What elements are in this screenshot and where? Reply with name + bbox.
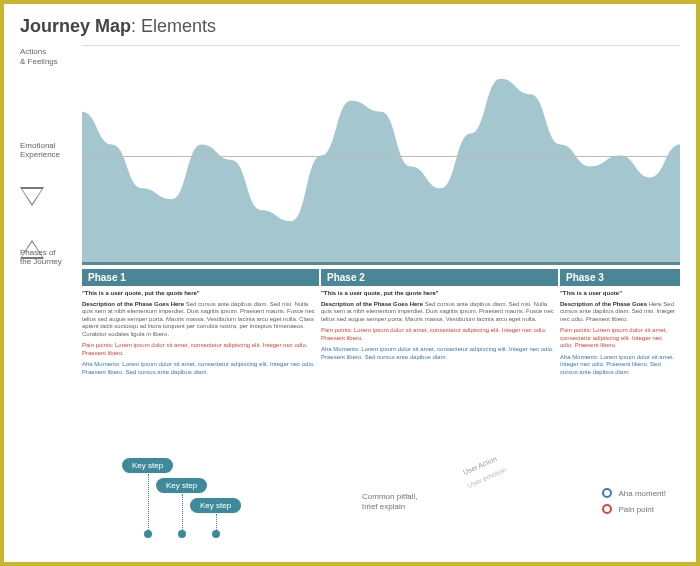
title-prefix: Journey Map [20, 16, 131, 36]
phases-row: Phase 1 "This is a user quote, put the q… [82, 269, 680, 376]
legend-area: Key step Key step Key step Common pitfal… [82, 458, 676, 548]
phase-3: Phase 3 "This is a user quote" Descripti… [560, 269, 680, 376]
phase-aha: Aha Moments: Lorem ipsum dolor sit amet.… [560, 354, 676, 377]
legend-pain-row: Pain point [602, 504, 666, 514]
step-dot-icon [178, 530, 186, 538]
phase-desc: Description of the Phase Goes Here Sed c… [82, 301, 315, 339]
phase-pain: Pain points: Lorem ipsum dolor sit amet,… [321, 327, 554, 342]
phase-quote: "This is a user quote, put the quote her… [82, 290, 315, 298]
legend-aha-label: Aha moment! [618, 489, 666, 498]
circle-red-icon [602, 504, 612, 514]
phase-header: Phase 1 [82, 269, 319, 286]
phase-desc: Description of the Phase Goes Here Sed c… [560, 301, 676, 324]
chart-area: Actions & Feelings Emotional Experience … [20, 45, 680, 265]
phase-pain: Pain points: Lorem ipsum dolor sit amet,… [82, 342, 315, 357]
axis-label-top: Actions & Feelings [20, 47, 78, 66]
phase-header: Phase 2 [321, 269, 558, 286]
triangle-down-icon [20, 187, 44, 206]
step-dot-icon [212, 530, 220, 538]
step-connector [148, 474, 149, 532]
legend-pitfall: Common pitfall, brief explain [362, 492, 418, 511]
phase-1: Phase 1 "This is a user quote, put the q… [82, 269, 319, 376]
page-title: Journey Map: Elements [20, 16, 680, 37]
chart-baseline [82, 262, 680, 265]
key-step-pill: Key step [156, 478, 207, 493]
phase-pain: Pain points: Lorem ipsum dolor sit amet,… [560, 327, 676, 350]
phase-2: Phase 2 "This is a user quote, put the q… [321, 269, 558, 376]
phase-aha: Aha Moments: Lorem ipsum dolor sit amet,… [82, 361, 315, 376]
phase-header: Phase 3 [560, 269, 680, 286]
chart-midline [82, 156, 680, 157]
phase-aha: Aha Moments: Lorem ipsum dolor sit amet,… [321, 346, 554, 361]
legend-markers: Aha moment! Pain point [602, 488, 666, 520]
emotion-chart [82, 45, 680, 265]
axis-label-mid: Emotional Experience [20, 141, 60, 160]
phase-quote: "This is a user quote" [560, 290, 676, 298]
phase-desc: Description of the Phase Goes Here Sed c… [321, 301, 554, 324]
key-step-pill: Key step [122, 458, 173, 473]
axis-labels: Actions & Feelings Emotional Experience [20, 45, 78, 265]
step-connector [182, 494, 183, 532]
axis-label-bottom: Phases of the Journey [20, 249, 78, 267]
step-dot-icon [144, 530, 152, 538]
circle-blue-icon [602, 488, 612, 498]
legend-pain-label: Pain point [618, 505, 654, 514]
legend-aha-row: Aha moment! [602, 488, 666, 498]
phase-quote: "This is a user quote, put the quote her… [321, 290, 554, 298]
key-step-pill: Key step [190, 498, 241, 513]
title-suffix: : Elements [131, 16, 216, 36]
